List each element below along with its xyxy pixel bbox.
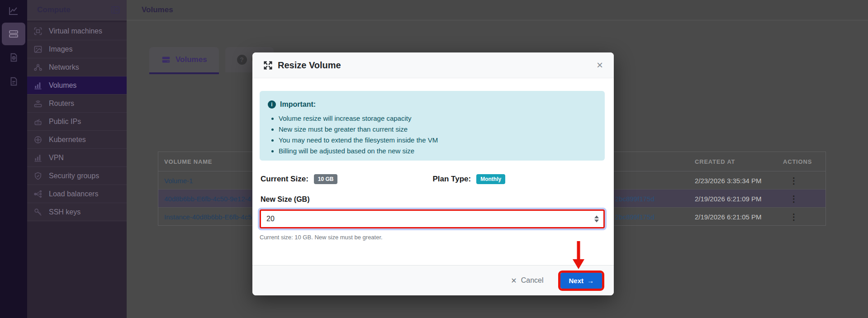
volume-name-link[interactable]: 40d8b6bb-E6fb-4c50-9e12-4	[164, 195, 251, 202]
sidebar-item-label: Images	[49, 45, 72, 53]
modal-title: Resize Volume	[278, 60, 341, 71]
servers-icon	[8, 28, 19, 39]
sidebar-item-volumes[interactable]: Volumes	[27, 76, 127, 95]
icon-rail	[0, 0, 27, 318]
network-icon	[33, 63, 43, 72]
row-actions-kebab-icon[interactable]: ⋮	[786, 193, 802, 204]
page-title: Volumes	[142, 5, 173, 14]
sidebar-item-label: Load balancers	[49, 190, 98, 198]
info-icon: i	[268, 100, 276, 109]
modal-footer: ✕ Cancel Next →	[252, 265, 614, 295]
info-heading: Important:	[280, 100, 316, 109]
plan-type-group: Plan Type: Monthly	[433, 174, 605, 184]
row-actions-kebab-icon[interactable]: ⋮	[786, 175, 802, 185]
sidebar-menu: Virtual machines Images Networks Volumes	[27, 22, 127, 221]
size-plan-row: Current Size: 10 GB Plan Type: Monthly	[260, 174, 605, 184]
sidebar-title: Compute	[37, 5, 71, 14]
billing-icon[interactable]	[9, 52, 19, 63]
created-at-value: 2/23/2026 3:35:34 PM	[695, 176, 762, 184]
reports-icon[interactable]	[9, 76, 19, 87]
volume-name-link[interactable]: Volume-1	[164, 176, 193, 184]
sidebar-item-label: Public IPs	[49, 118, 81, 126]
volume-name-link[interactable]: Instance-40d8b6bb-E6fb-4c5	[164, 213, 251, 220]
column-header-actions: ACTIONS	[783, 158, 798, 165]
attached-instance-link[interactable]: 2bc899f175d	[615, 195, 655, 202]
created-at-value: 2/19/2026 6:21:09 PM	[695, 195, 762, 202]
cancel-button[interactable]: ✕ Cancel	[508, 276, 546, 285]
vm-cube-icon	[33, 27, 43, 36]
info-bullet: You may need to extend the filesystem in…	[279, 135, 597, 146]
info-bullet-list: Volume resize will increase storage capa…	[279, 113, 597, 157]
sidebar-item-load-balancers[interactable]: Load balancers	[27, 185, 127, 203]
sidebar: Compute Virtual machines Images	[27, 0, 127, 318]
info-heading-row: i Important:	[268, 100, 597, 109]
column-header-volume-name: VOLUME NAME	[164, 158, 212, 165]
sidebar-item-public-ips[interactable]: Public IPs	[27, 113, 127, 131]
sidebar-item-label: Routers	[49, 100, 74, 108]
sidebar-item-kubernetes[interactable]: Kubernetes	[27, 131, 127, 149]
info-bullet: Volume resize will increase storage capa…	[279, 113, 597, 124]
public-ip-icon	[33, 117, 43, 126]
tab-volumes-label: Volumes	[175, 55, 207, 64]
new-size-input-wrap	[260, 209, 605, 228]
sidebar-item-images[interactable]: Images	[27, 40, 127, 58]
number-spinner[interactable]	[594, 216, 599, 223]
spinner-up-icon[interactable]	[594, 216, 599, 218]
cancel-label: Cancel	[521, 276, 544, 285]
spinner-down-icon[interactable]	[594, 220, 599, 223]
row-actions-kebab-icon[interactable]: ⋮	[786, 211, 802, 222]
close-icon[interactable]: ×	[597, 60, 603, 71]
current-size-badge: 10 GB	[314, 174, 338, 184]
load-balancer-icon	[33, 190, 43, 199]
collapse-sidebar-icon[interactable]	[110, 5, 120, 15]
modal-header: Resize Volume ×	[252, 52, 614, 78]
plan-type-badge: Monthly	[476, 174, 505, 184]
image-icon	[33, 45, 43, 54]
created-at-value: 2/19/2026 6:21:05 PM	[695, 213, 762, 220]
new-size-input[interactable]	[260, 209, 605, 228]
resize-arrows-icon	[263, 61, 273, 70]
bars-icon	[33, 153, 43, 162]
arrow-right-icon: →	[587, 277, 594, 285]
sidebar-item-ssh-keys[interactable]: SSH keys	[27, 203, 127, 221]
question-circle-icon: ?	[237, 55, 247, 65]
sidebar-item-label: VPN	[49, 154, 64, 162]
attached-instance-link[interactable]: 2bc899f175d	[615, 213, 655, 220]
important-info-box: i Important: Volume resize will increase…	[260, 91, 605, 161]
sidebar-item-vpn[interactable]: VPN	[27, 149, 127, 167]
column-header-created-at: CREATED AT	[695, 158, 735, 165]
plan-type-label: Plan Type:	[433, 175, 471, 184]
info-bullet: New size must be greater than current si…	[279, 124, 597, 135]
modal-body: i Important: Volume resize will increase…	[252, 78, 614, 265]
topbar: Volumes	[127, 0, 868, 20]
current-size-group: Current Size: 10 GB	[261, 174, 433, 184]
volumes-tab-icon	[161, 55, 171, 65]
sidebar-item-security-groups[interactable]: Security groups	[27, 167, 127, 185]
analytics-icon[interactable]	[8, 5, 19, 16]
sidebar-item-label: Security groups	[49, 172, 99, 180]
sidebar-item-routers[interactable]: Routers	[27, 95, 127, 113]
bars-icon	[33, 81, 43, 90]
router-icon	[33, 99, 43, 108]
resize-volume-modal: Resize Volume × i Important: Volume resi…	[252, 52, 614, 295]
sidebar-item-label: Kubernetes	[49, 136, 86, 144]
input-helper-text: Current size: 10 GB. New size must be gr…	[260, 234, 605, 241]
sidebar-header: Compute	[27, 0, 127, 20]
sidebar-item-networks[interactable]: Networks	[27, 58, 127, 76]
info-bullet: Billing will be adjusted based on the ne…	[279, 146, 597, 157]
app-window: Compute Virtual machines Images	[0, 0, 868, 318]
compute-rail-item[interactable]	[2, 23, 25, 45]
key-icon	[33, 208, 43, 217]
sidebar-item-label: Networks	[49, 63, 79, 71]
shield-icon	[33, 171, 43, 180]
next-label: Next	[569, 277, 583, 285]
next-button[interactable]: Next →	[560, 273, 602, 289]
sidebar-item-label: Volumes	[49, 81, 76, 90]
new-size-label: New Size (GB)	[260, 195, 605, 204]
sidebar-item-virtual-machines[interactable]: Virtual machines	[27, 22, 127, 40]
current-size-label: Current Size:	[261, 175, 308, 184]
sidebar-item-label: Virtual machines	[49, 27, 102, 35]
sidebar-item-label: SSH keys	[49, 208, 81, 216]
cancel-x-icon: ✕	[511, 276, 517, 285]
tab-volumes[interactable]: Volumes	[149, 47, 219, 74]
